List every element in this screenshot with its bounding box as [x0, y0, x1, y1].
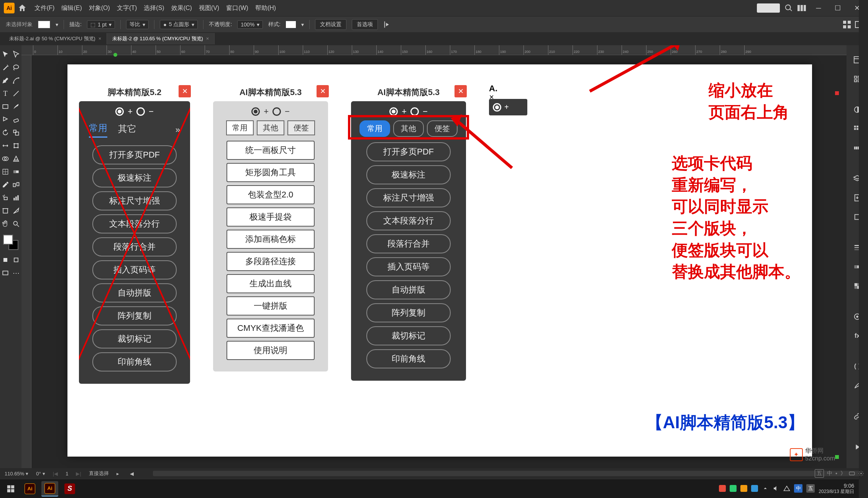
tray-app-icon[interactable]	[740, 485, 747, 492]
network-icon[interactable]	[783, 485, 790, 492]
menu-select[interactable]: 选择(S)	[144, 4, 164, 12]
script-button[interactable]: 添加画稿色标	[226, 230, 315, 249]
direct-selection-tool[interactable]	[11, 48, 21, 61]
script-button[interactable]: 使用说明	[226, 341, 315, 360]
graph-tool[interactable]	[11, 192, 21, 204]
tab-other[interactable]: 其它	[118, 123, 136, 137]
hand-tool[interactable]	[0, 218, 11, 230]
script-button[interactable]: 极速标注	[92, 168, 177, 187]
script-button[interactable]: 文本段落分行	[92, 214, 177, 233]
canvas[interactable]: 0102030405060708090100110120130140150160…	[21, 45, 847, 468]
tab-other[interactable]: 其他	[257, 120, 284, 135]
zoom-tool[interactable]	[11, 218, 21, 230]
script-button[interactable]: 阵列复制	[92, 306, 177, 325]
rotate-view[interactable]: 0°▾	[36, 471, 45, 477]
ime-mode[interactable]: 中	[827, 470, 832, 477]
tray-expand-icon[interactable]	[762, 485, 769, 492]
close-icon[interactable]: ✕	[455, 85, 467, 97]
radio-off-icon[interactable]	[410, 107, 419, 116]
script-button[interactable]: 打开多页PDF	[92, 145, 177, 164]
menu-file[interactable]: 文件(F)	[34, 4, 54, 12]
slice-tool[interactable]	[11, 205, 21, 217]
more-icon[interactable]: »	[176, 125, 180, 135]
tray-app-icon[interactable]	[751, 485, 758, 492]
selection-tool[interactable]	[0, 48, 11, 61]
eraser-tool[interactable]	[11, 113, 21, 126]
eyedropper-tool[interactable]	[0, 179, 11, 191]
shape-builder-tool[interactable]	[0, 153, 11, 165]
taskbar-app-illustrator-1[interactable]: Ai	[21, 481, 38, 496]
fill-stroke-swatches[interactable]	[3, 235, 18, 250]
fill-swatch[interactable]	[38, 21, 50, 28]
script-button[interactable]: 插入页码等	[366, 257, 451, 276]
script-button[interactable]: 统一画板尺寸	[226, 141, 315, 160]
magic-wand-tool[interactable]	[0, 61, 11, 74]
shaper-tool[interactable]	[0, 113, 11, 126]
tab-common[interactable]: 常用	[226, 120, 254, 135]
script-button[interactable]: 包装盒型2.0	[226, 185, 315, 204]
mesh-tool[interactable]	[0, 166, 11, 178]
opacity-dropdown[interactable]: 100%▾	[237, 20, 263, 29]
align-icon[interactable]	[383, 20, 392, 29]
home-icon[interactable]	[18, 3, 27, 13]
script-button[interactable]: 阵列复制	[366, 303, 451, 322]
artboard-nav[interactable]: 1	[66, 471, 68, 477]
rotate-tool[interactable]	[0, 127, 11, 139]
taskbar-clock[interactable]: 9:06 2023/8/13 星期日	[819, 483, 854, 494]
workspace-switcher-icon[interactable]	[797, 4, 807, 12]
settings-small-icon[interactable]	[858, 470, 864, 477]
script-button[interactable]: 段落行合并	[92, 237, 177, 256]
line-tool[interactable]	[11, 87, 21, 100]
script-button[interactable]: 极速标注	[366, 165, 451, 184]
start-button[interactable]	[3, 481, 18, 496]
zoom-level[interactable]: 110.65%▾	[5, 471, 28, 477]
uniform-dropdown[interactable]: 等比▾	[126, 20, 149, 29]
menu-view[interactable]: 视图(V)	[199, 4, 219, 12]
script-button[interactable]: 自动拼版	[92, 283, 177, 302]
gradient-tool[interactable]	[11, 166, 21, 178]
script-button[interactable]: 矩形圆角工具	[226, 163, 315, 182]
tray-app-icon[interactable]	[719, 485, 726, 492]
script-button[interactable]: 生成出血线	[226, 274, 315, 293]
script-button[interactable]: 裁切标记	[366, 326, 451, 345]
close-icon[interactable]: ✕	[317, 85, 329, 97]
radio-on-icon[interactable]	[389, 107, 398, 116]
pen-tool[interactable]	[0, 74, 11, 87]
expand-icon[interactable]: 》	[840, 470, 846, 477]
grid-icon[interactable]	[843, 21, 851, 28]
close-tab-icon[interactable]: ×	[206, 36, 209, 41]
radio-on-icon[interactable]	[251, 107, 260, 116]
keyboard-icon[interactable]	[849, 470, 855, 477]
radio-off-icon[interactable]	[272, 107, 281, 116]
document-tab-2[interactable]: 未标题-2 @ 110.65 % (CMYK/CPU 预览)×	[107, 33, 215, 44]
blend-tool[interactable]	[11, 179, 21, 191]
draw-mode-behind[interactable]	[11, 254, 21, 266]
scale-tool[interactable]	[11, 127, 21, 139]
radio-on-icon[interactable]	[115, 107, 124, 116]
document-setup-button[interactable]: 文档设置	[315, 19, 346, 30]
radio-off-icon[interactable]	[136, 107, 145, 116]
menu-help[interactable]: 帮助(H)	[255, 4, 276, 12]
script-button[interactable]: 多段路径连接	[226, 252, 315, 271]
top-script-box[interactable]	[757, 3, 780, 13]
minimize-button[interactable]: ─	[811, 2, 826, 14]
script-button[interactable]: 印前角线	[366, 349, 451, 368]
script-button[interactable]: 文本段落分行	[366, 211, 451, 230]
brush-dropdown[interactable]: ●5 点圆形▾	[160, 20, 198, 29]
edit-toolbar[interactable]: ⋯	[11, 267, 21, 279]
artboard-tool[interactable]	[0, 205, 11, 217]
script-button[interactable]: 裁切标记	[92, 329, 177, 348]
radio-on-icon[interactable]	[493, 103, 501, 112]
menu-type[interactable]: 文字(T)	[117, 4, 137, 12]
horizontal-scrollbar[interactable]	[153, 471, 863, 476]
menu-window[interactable]: 窗口(W)	[226, 4, 248, 12]
tray-app-icon[interactable]	[730, 485, 737, 492]
taskbar-app-other[interactable]: S	[61, 481, 78, 496]
style-swatch[interactable]	[286, 21, 296, 28]
script-button[interactable]: 打开多页PDF	[366, 142, 451, 161]
draw-mode-normal[interactable]	[0, 254, 11, 266]
stroke-weight-dropdown[interactable]: ⬚1 pt▾	[87, 20, 115, 29]
menu-edit[interactable]: 编辑(E)	[61, 4, 82, 12]
close-icon[interactable]: ✕	[179, 85, 191, 97]
menu-effect[interactable]: 效果(C)	[171, 4, 192, 12]
